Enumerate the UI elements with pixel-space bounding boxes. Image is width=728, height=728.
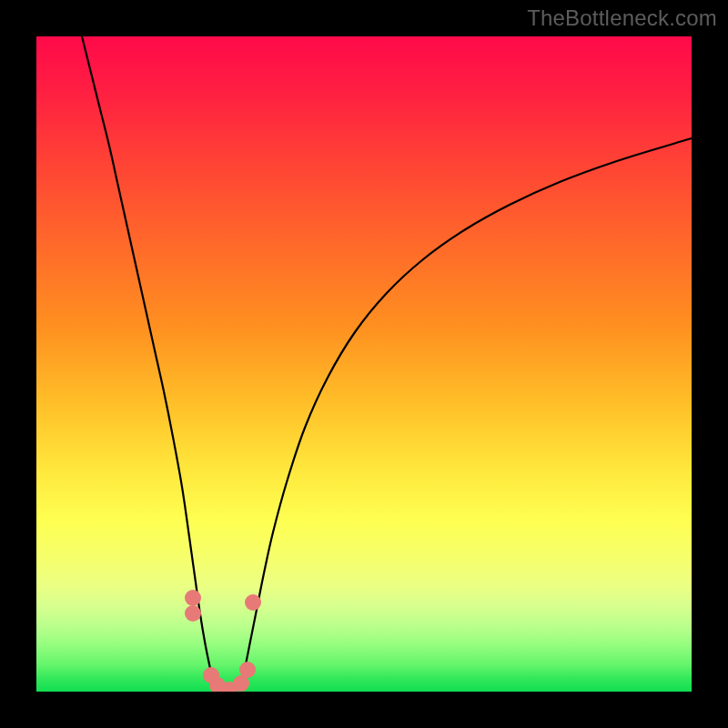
marker-dot: [245, 594, 261, 611]
curve-svg: [36, 36, 692, 692]
plot-area: [36, 36, 692, 692]
curve-right: [241, 138, 692, 684]
curve-left: [82, 36, 214, 684]
outer-frame: TheBottleneck.com: [0, 0, 728, 728]
curve-lines: [82, 36, 692, 692]
marker-dot: [185, 590, 201, 606]
watermark-text: TheBottleneck.com: [527, 5, 717, 31]
marker-dot: [239, 662, 256, 678]
marker-dot: [185, 605, 201, 622]
